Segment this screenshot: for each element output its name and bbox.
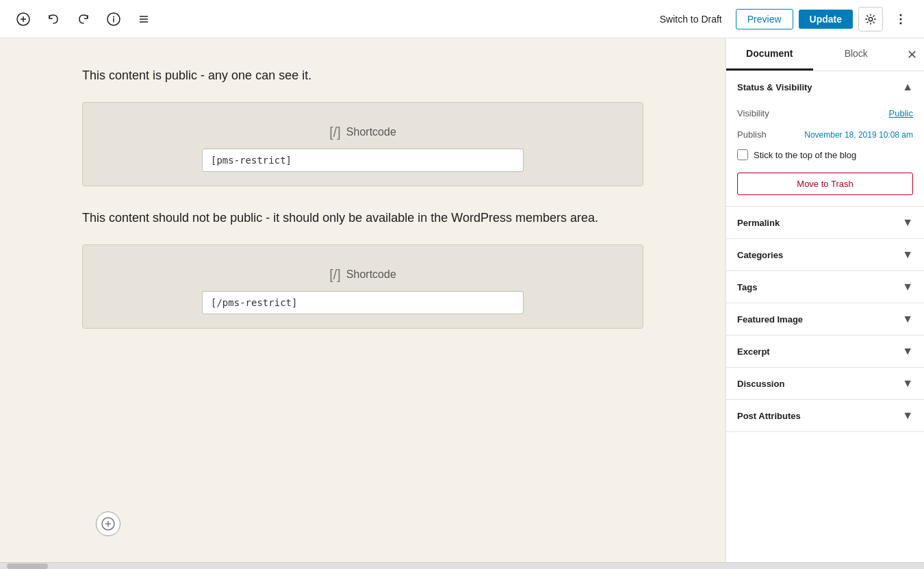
shortcode-input-2[interactable] [202,291,524,314]
shortcode-block-2: [/] Shortcode [82,244,643,329]
excerpt-toggle[interactable]: ▼ [902,345,913,357]
redo-button[interactable] [71,7,96,31]
tab-block[interactable]: Block [813,38,900,71]
discussion-section: Discussion ▼ [726,368,924,400]
list-view-button[interactable] [131,7,156,31]
publish-row: Publish November 18, 2019 10:08 am [737,124,913,145]
toolbar: Switch to Draft Preview Update [0,0,924,38]
excerpt-title: Excerpt [737,346,770,357]
editor-area: This content is public - any one can see… [0,38,726,562]
shortcode-bracket-icon-2: [/] [329,267,341,283]
permalink-toggle[interactable]: ▼ [902,216,913,229]
undo-button[interactable] [41,7,66,31]
post-attributes-toggle[interactable]: ▼ [902,409,913,422]
shortcode-text-2: Shortcode [346,268,396,281]
public-content-text: This content is public - any one can see… [82,66,643,86]
post-attributes-title: Post Attributes [737,411,801,421]
visibility-row: Visibility Public [737,103,913,124]
tags-toggle[interactable]: ▼ [902,281,913,293]
status-visibility-section: Status & Visibility ▲ Visibility Public … [726,71,924,207]
switch-to-draft-button[interactable]: Switch to Draft [652,10,730,29]
svg-point-10 [900,14,902,16]
featured-image-toggle[interactable]: ▼ [902,313,913,325]
featured-image-header[interactable]: Featured Image ▼ [726,303,924,335]
update-button[interactable]: Update [799,10,853,29]
status-visibility-toggle[interactable]: ▲ [902,81,913,93]
bottom-scrollbar-thumb [7,564,48,569]
status-visibility-title: Status & Visibility [737,82,812,92]
categories-title: Categories [737,250,783,260]
svg-point-12 [900,22,902,24]
excerpt-section: Excerpt ▼ [726,336,924,368]
sidebar-close-button[interactable]: ✕ [899,42,924,67]
toolbar-left [11,7,156,31]
featured-image-section: Featured Image ▼ [726,303,924,336]
permalink-header[interactable]: Permalink ▼ [726,207,924,238]
shortcode-input-1[interactable] [202,149,524,172]
add-block-button[interactable] [96,511,120,536]
tags-header[interactable]: Tags ▼ [726,271,924,303]
sidebar-body: Status & Visibility ▲ Visibility Public … [726,71,924,562]
publish-value[interactable]: November 18, 2019 10:08 am [804,130,913,140]
featured-image-title: Featured Image [737,314,803,325]
publish-label: Publish [737,129,767,140]
categories-section: Categories ▼ [726,239,924,271]
status-visibility-body: Visibility Public Publish November 18, 2… [726,103,924,206]
post-attributes-header[interactable]: Post Attributes ▼ [726,400,924,431]
sidebar-tabs: Document Block ✕ [726,38,924,71]
stick-top-label: Stick to the top of the blog [754,150,856,160]
add-block-toolbar-button[interactable] [11,7,36,31]
post-attributes-section: Post Attributes ▼ [726,400,924,432]
shortcode-label-1: [/] Shortcode [329,125,396,140]
shortcode-label-2: [/] Shortcode [329,267,396,283]
editor-content: This content is public - any one can see… [82,66,643,329]
discussion-title: Discussion [737,379,784,389]
stick-top-row: Stick to the top of the blog [737,145,913,164]
svg-point-9 [869,17,872,21]
bottom-scrollbar[interactable] [0,562,924,569]
permalink-section: Permalink ▼ [726,207,924,239]
categories-header[interactable]: Categories ▼ [726,239,924,270]
visibility-value[interactable]: Public [889,108,913,118]
status-visibility-header[interactable]: Status & Visibility ▲ [726,71,924,103]
discussion-header[interactable]: Discussion ▼ [726,368,924,399]
tab-document[interactable]: Document [726,38,813,71]
tags-section: Tags ▼ [726,271,924,303]
svg-point-11 [900,18,902,20]
restricted-content-text: This content should not be public - it s… [82,208,643,228]
settings-button[interactable] [858,7,883,31]
categories-toggle[interactable]: ▼ [902,249,913,261]
tags-title: Tags [737,282,757,292]
stick-top-checkbox[interactable] [737,149,748,160]
toolbar-right: Switch to Draft Preview Update [652,7,913,31]
permalink-title: Permalink [737,218,780,228]
shortcode-block-1: [/] Shortcode [82,102,643,186]
discussion-toggle[interactable]: ▼ [902,377,913,390]
info-button[interactable] [101,7,126,31]
shortcode-bracket-icon-1: [/] [329,125,341,140]
sidebar: Document Block ✕ Status & Visibility ▲ V… [726,38,924,562]
shortcode-text-1: Shortcode [346,126,396,138]
visibility-label: Visibility [737,108,769,118]
move-to-trash-button[interactable]: Move to Trash [737,173,913,195]
main-area: This content is public - any one can see… [0,38,924,562]
preview-button[interactable]: Preview [736,9,793,29]
excerpt-header[interactable]: Excerpt ▼ [726,336,924,367]
more-options-button[interactable] [888,7,913,31]
svg-point-5 [113,16,114,17]
